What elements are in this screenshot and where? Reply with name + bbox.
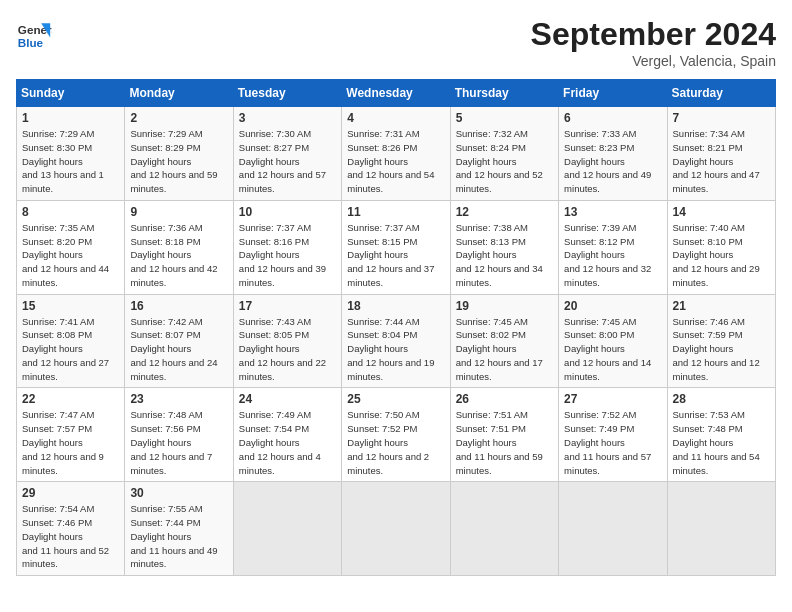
table-row: 8Sunrise: 7:35 AMSunset: 8:20 PMDaylight… [17,200,125,294]
day-number: 7 [673,111,770,125]
table-row: 24Sunrise: 7:49 AMSunset: 7:54 PMDayligh… [233,388,341,482]
day-info: Sunrise: 7:55 AMSunset: 7:44 PMDaylight … [130,502,227,571]
calendar-row: 22Sunrise: 7:47 AMSunset: 7:57 PMDayligh… [17,388,776,482]
day-info: Sunrise: 7:36 AMSunset: 8:18 PMDaylight … [130,221,227,290]
col-friday: Friday [559,80,667,107]
logo-icon: General Blue [16,16,52,52]
calendar-row: 29Sunrise: 7:54 AMSunset: 7:46 PMDayligh… [17,482,776,576]
day-info: Sunrise: 7:52 AMSunset: 7:49 PMDaylight … [564,408,661,477]
day-number: 29 [22,486,119,500]
table-row: 10Sunrise: 7:37 AMSunset: 8:16 PMDayligh… [233,200,341,294]
day-info: Sunrise: 7:29 AMSunset: 8:30 PMDaylight … [22,127,119,196]
day-number: 11 [347,205,444,219]
day-number: 4 [347,111,444,125]
calendar-row: 8Sunrise: 7:35 AMSunset: 8:20 PMDaylight… [17,200,776,294]
day-number: 6 [564,111,661,125]
calendar-row: 15Sunrise: 7:41 AMSunset: 8:08 PMDayligh… [17,294,776,388]
table-row: 25Sunrise: 7:50 AMSunset: 7:52 PMDayligh… [342,388,450,482]
day-info: Sunrise: 7:34 AMSunset: 8:21 PMDaylight … [673,127,770,196]
day-number: 23 [130,392,227,406]
day-info: Sunrise: 7:35 AMSunset: 8:20 PMDaylight … [22,221,119,290]
day-info: Sunrise: 7:46 AMSunset: 7:59 PMDaylight … [673,315,770,384]
table-row: 19Sunrise: 7:45 AMSunset: 8:02 PMDayligh… [450,294,558,388]
col-wednesday: Wednesday [342,80,450,107]
day-info: Sunrise: 7:45 AMSunset: 8:00 PMDaylight … [564,315,661,384]
day-info: Sunrise: 7:42 AMSunset: 8:07 PMDaylight … [130,315,227,384]
table-row: 30Sunrise: 7:55 AMSunset: 7:44 PMDayligh… [125,482,233,576]
table-row: 4Sunrise: 7:31 AMSunset: 8:26 PMDaylight… [342,107,450,201]
day-number: 25 [347,392,444,406]
day-number: 12 [456,205,553,219]
day-number: 9 [130,205,227,219]
table-row: 9Sunrise: 7:36 AMSunset: 8:18 PMDaylight… [125,200,233,294]
table-row: 28Sunrise: 7:53 AMSunset: 7:48 PMDayligh… [667,388,775,482]
table-row: 21Sunrise: 7:46 AMSunset: 7:59 PMDayligh… [667,294,775,388]
day-number: 1 [22,111,119,125]
col-saturday: Saturday [667,80,775,107]
calendar-table: Sunday Monday Tuesday Wednesday Thursday… [16,79,776,576]
table-row: 23Sunrise: 7:48 AMSunset: 7:56 PMDayligh… [125,388,233,482]
table-row: 11Sunrise: 7:37 AMSunset: 8:15 PMDayligh… [342,200,450,294]
col-monday: Monday [125,80,233,107]
day-info: Sunrise: 7:30 AMSunset: 8:27 PMDaylight … [239,127,336,196]
table-row: 12Sunrise: 7:38 AMSunset: 8:13 PMDayligh… [450,200,558,294]
day-number: 17 [239,299,336,313]
table-row: 27Sunrise: 7:52 AMSunset: 7:49 PMDayligh… [559,388,667,482]
day-info: Sunrise: 7:48 AMSunset: 7:56 PMDaylight … [130,408,227,477]
day-info: Sunrise: 7:41 AMSunset: 8:08 PMDaylight … [22,315,119,384]
day-info: Sunrise: 7:32 AMSunset: 8:24 PMDaylight … [456,127,553,196]
day-number: 18 [347,299,444,313]
day-number: 8 [22,205,119,219]
day-number: 27 [564,392,661,406]
day-info: Sunrise: 7:49 AMSunset: 7:54 PMDaylight … [239,408,336,477]
title-block: September 2024 Vergel, Valencia, Spain [531,16,776,69]
table-row: 2Sunrise: 7:29 AMSunset: 8:29 PMDaylight… [125,107,233,201]
day-number: 2 [130,111,227,125]
day-number: 19 [456,299,553,313]
day-number: 14 [673,205,770,219]
day-number: 5 [456,111,553,125]
table-row [667,482,775,576]
table-row: 22Sunrise: 7:47 AMSunset: 7:57 PMDayligh… [17,388,125,482]
table-row: 7Sunrise: 7:34 AMSunset: 8:21 PMDaylight… [667,107,775,201]
day-info: Sunrise: 7:47 AMSunset: 7:57 PMDaylight … [22,408,119,477]
day-number: 15 [22,299,119,313]
table-row: 15Sunrise: 7:41 AMSunset: 8:08 PMDayligh… [17,294,125,388]
day-info: Sunrise: 7:45 AMSunset: 8:02 PMDaylight … [456,315,553,384]
day-info: Sunrise: 7:44 AMSunset: 8:04 PMDaylight … [347,315,444,384]
col-sunday: Sunday [17,80,125,107]
table-row [450,482,558,576]
day-info: Sunrise: 7:37 AMSunset: 8:16 PMDaylight … [239,221,336,290]
col-thursday: Thursday [450,80,558,107]
table-row: 18Sunrise: 7:44 AMSunset: 8:04 PMDayligh… [342,294,450,388]
day-number: 26 [456,392,553,406]
day-info: Sunrise: 7:53 AMSunset: 7:48 PMDaylight … [673,408,770,477]
table-row: 14Sunrise: 7:40 AMSunset: 8:10 PMDayligh… [667,200,775,294]
day-info: Sunrise: 7:38 AMSunset: 8:13 PMDaylight … [456,221,553,290]
day-number: 21 [673,299,770,313]
day-number: 30 [130,486,227,500]
calendar-row: 1Sunrise: 7:29 AMSunset: 8:30 PMDaylight… [17,107,776,201]
day-info: Sunrise: 7:31 AMSunset: 8:26 PMDaylight … [347,127,444,196]
table-row: 16Sunrise: 7:42 AMSunset: 8:07 PMDayligh… [125,294,233,388]
table-row: 3Sunrise: 7:30 AMSunset: 8:27 PMDaylight… [233,107,341,201]
day-number: 10 [239,205,336,219]
svg-text:Blue: Blue [18,36,44,49]
header-row: Sunday Monday Tuesday Wednesday Thursday… [17,80,776,107]
day-info: Sunrise: 7:50 AMSunset: 7:52 PMDaylight … [347,408,444,477]
table-row: 29Sunrise: 7:54 AMSunset: 7:46 PMDayligh… [17,482,125,576]
day-number: 28 [673,392,770,406]
location: Vergel, Valencia, Spain [531,53,776,69]
day-number: 24 [239,392,336,406]
table-row: 17Sunrise: 7:43 AMSunset: 8:05 PMDayligh… [233,294,341,388]
day-info: Sunrise: 7:51 AMSunset: 7:51 PMDaylight … [456,408,553,477]
table-row [559,482,667,576]
day-number: 20 [564,299,661,313]
day-info: Sunrise: 7:33 AMSunset: 8:23 PMDaylight … [564,127,661,196]
day-info: Sunrise: 7:40 AMSunset: 8:10 PMDaylight … [673,221,770,290]
table-row: 13Sunrise: 7:39 AMSunset: 8:12 PMDayligh… [559,200,667,294]
day-info: Sunrise: 7:29 AMSunset: 8:29 PMDaylight … [130,127,227,196]
logo: General Blue [16,16,52,52]
day-number: 13 [564,205,661,219]
day-info: Sunrise: 7:43 AMSunset: 8:05 PMDaylight … [239,315,336,384]
